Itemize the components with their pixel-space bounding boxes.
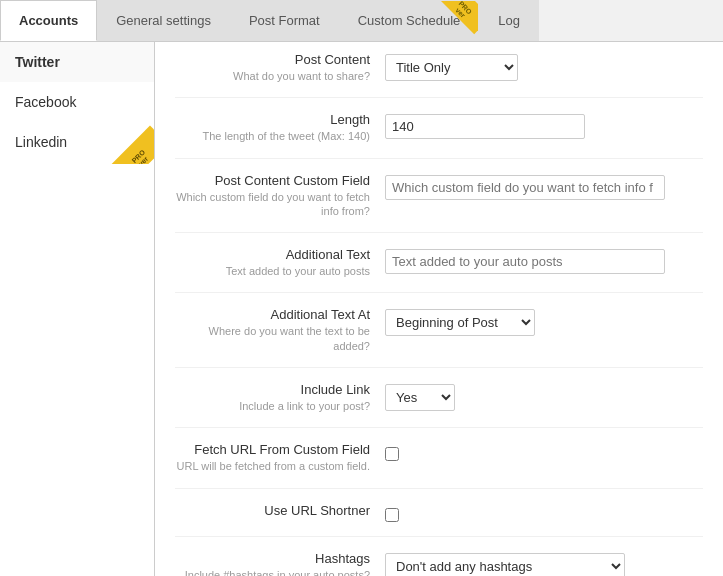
top-tab-bar: Accounts General settings Post Format Cu… (0, 0, 723, 42)
custom-field-input[interactable] (385, 175, 665, 200)
row-additional-text-at: Additional Text At Where do you want the… (175, 307, 703, 368)
linkedin-pro-badge: PROver (99, 122, 154, 164)
length-input[interactable] (385, 114, 585, 139)
control-include-link: Yes No (385, 382, 703, 411)
tab-post-format[interactable]: Post Format (230, 0, 339, 41)
label-length: Length The length of the tweet (Max: 140… (175, 112, 385, 143)
row-custom-field: Post Content Custom Field Which custom f… (175, 173, 703, 234)
fetch-url-checkbox[interactable] (385, 447, 399, 461)
tab-log[interactable]: Log (479, 0, 539, 41)
row-post-content: Post Content What do you want to share? … (175, 52, 703, 98)
label-include-link: Include Link Include a link to your post… (175, 382, 385, 413)
sidebar: Twitter Facebook Linkedin PROver (0, 42, 155, 576)
sidebar-item-linkedin[interactable]: Linkedin PROver (0, 122, 154, 164)
additional-text-at-select[interactable]: Beginning of Post End of Post (385, 309, 535, 336)
sidebar-item-facebook[interactable]: Facebook (0, 82, 154, 122)
label-additional-text: Additional Text Text added to your auto … (175, 247, 385, 278)
control-additional-text (385, 247, 703, 274)
include-link-select[interactable]: Yes No (385, 384, 455, 411)
label-hashtags: Hashtags Include #hashtags in your auto … (175, 551, 385, 576)
label-custom-field: Post Content Custom Field Which custom f… (175, 173, 385, 219)
control-hashtags: Don't add any hashtags Add hashtags Use … (385, 551, 703, 576)
sidebar-item-twitter[interactable]: Twitter (0, 42, 154, 82)
control-length (385, 112, 703, 139)
tab-accounts[interactable]: Accounts (0, 0, 97, 41)
label-additional-text-at: Additional Text At Where do you want the… (175, 307, 385, 353)
label-post-content: Post Content What do you want to share? (175, 52, 385, 83)
tab-custom-schedule[interactable]: Custom Schedule PROver (339, 0, 480, 41)
tab-general-settings[interactable]: General settings (97, 0, 230, 41)
url-shortner-checkbox[interactable] (385, 508, 399, 522)
additional-text-input[interactable] (385, 249, 665, 274)
control-additional-text-at: Beginning of Post End of Post (385, 307, 703, 336)
row-url-shortner: Use URL Shortner (175, 503, 703, 537)
row-additional-text: Additional Text Text added to your auto … (175, 247, 703, 293)
row-fetch-url: Fetch URL From Custom Field URL will be … (175, 442, 703, 488)
row-include-link: Include Link Include a link to your post… (175, 382, 703, 428)
label-url-shortner: Use URL Shortner (175, 503, 385, 518)
row-length: Length The length of the tweet (Max: 140… (175, 112, 703, 158)
label-fetch-url: Fetch URL From Custom Field URL will be … (175, 442, 385, 473)
control-post-content: Title Only Content Title + Content Custo… (385, 52, 703, 81)
form-content: Post Content What do you want to share? … (155, 42, 723, 576)
control-url-shortner (385, 503, 703, 522)
row-hashtags: Hashtags Include #hashtags in your auto … (175, 551, 703, 576)
hashtags-select[interactable]: Don't add any hashtags Add hashtags Use … (385, 553, 625, 576)
control-custom-field (385, 173, 703, 200)
post-content-select[interactable]: Title Only Content Title + Content Custo… (385, 54, 518, 81)
main-layout: Twitter Facebook Linkedin PROver Post Co… (0, 42, 723, 576)
control-fetch-url (385, 442, 703, 461)
